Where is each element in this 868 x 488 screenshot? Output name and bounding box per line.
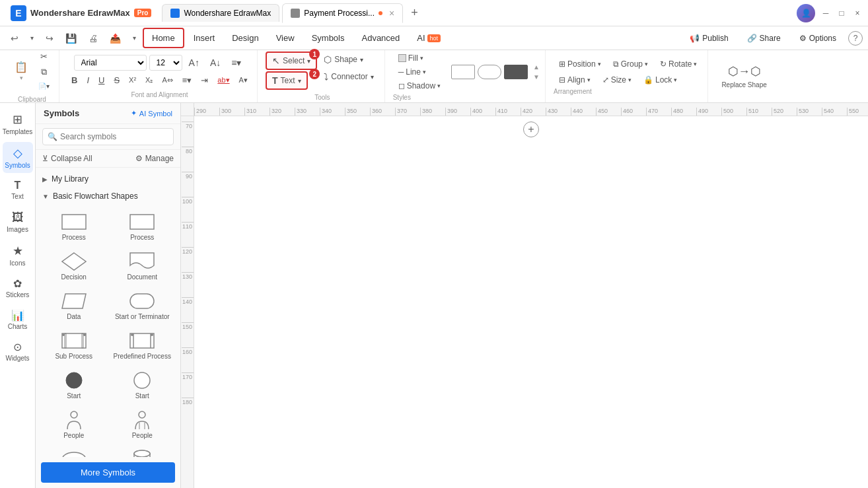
position-btn[interactable]: ⊞Position▾ — [554, 57, 606, 71]
options-btn[interactable]: ⚙Options — [793, 31, 843, 46]
collapse-all-btn[interactable]: ⊻ Collapse All — [42, 154, 92, 163]
shape-process-2[interactable]: Process — [108, 207, 177, 247]
size-btn[interactable]: ⤢Size▾ — [597, 73, 637, 87]
basic-flowchart-header[interactable]: ▼ Basic Flowchart Shapes — [36, 188, 180, 205]
undo-btn[interactable]: ↩ — [5, 30, 24, 46]
bold-btn[interactable]: B — [67, 73, 81, 87]
menu-design[interactable]: Design — [224, 29, 266, 47]
shape-name-decision: Decision — [61, 273, 87, 281]
shape-subprocess[interactable]: Sub Process — [40, 326, 108, 366]
rotate-btn[interactable]: ↻Rotate▾ — [655, 57, 702, 71]
shape-yesno[interactable]: Yes or No — [40, 445, 108, 457]
app-logo-icon: E — [11, 5, 26, 21]
group-btn[interactable]: ⧉Group▾ — [608, 57, 653, 71]
shape-decision[interactable]: Decision — [40, 247, 108, 287]
font-select[interactable]: Arial — [74, 55, 147, 71]
sidebar-item-images[interactable]: 🖼 Images — [3, 207, 33, 237]
minimize-btn[interactable]: ─ — [820, 8, 831, 18]
maximize-btn[interactable]: □ — [836, 8, 847, 18]
panel-title: Symbols — [44, 108, 79, 118]
font-color-btn[interactable]: ab▾ — [213, 74, 233, 87]
size-select[interactable]: 12 — [149, 55, 182, 71]
shadow-btn[interactable]: ◻ Shadow ▾ — [393, 79, 446, 92]
fill-btn[interactable]: Fill ▾ — [393, 52, 446, 65]
connector-tool-btn[interactable]: ⤵ Connector ▾ — [318, 69, 379, 85]
arrange-row1: ⊞Position▾ ⧉Group▾ ↻Rotate▾ — [554, 57, 702, 71]
indent-btn[interactable]: ⇥ — [197, 73, 212, 87]
menu-advanced[interactable]: Advanced — [353, 29, 408, 47]
subscript-btn[interactable]: X₂ — [141, 74, 157, 87]
menu-ai[interactable]: AI hot — [409, 29, 449, 47]
export-btn[interactable]: 📤 — [104, 30, 126, 46]
menu-bar: ↩ ▾ ↪ 💾 🖨 📤 ▾ Home Insert Design View Sy… — [0, 26, 868, 50]
shape-sample-1 — [451, 65, 475, 79]
sidebar-item-stickers[interactable]: ✿ Stickers — [3, 273, 33, 302]
sidebar-item-widgets[interactable]: ⊙ Widgets — [3, 337, 33, 366]
shape-start-outline[interactable]: Start — [108, 366, 177, 405]
publish-btn[interactable]: 📢Publish — [683, 31, 735, 46]
menu-view[interactable]: View — [268, 29, 303, 47]
shape-tool-btn[interactable]: ⬡ Shape ▾ — [318, 52, 379, 67]
canvas-background[interactable]: + — [194, 116, 868, 488]
menu-insert[interactable]: Insert — [186, 29, 223, 47]
undo-dropdown[interactable]: ▾ — [25, 32, 39, 44]
tab-label-2: Payment Processi... — [304, 9, 375, 18]
highlight-btn[interactable]: A▾ — [235, 74, 252, 87]
canvas-paper[interactable]: + — [194, 116, 868, 488]
export-dropdown[interactable]: ▾ — [127, 32, 141, 44]
user-avatar[interactable]: 👤 — [797, 4, 815, 22]
shape-terminator[interactable]: Start or Terminator — [108, 287, 177, 326]
line-btn[interactable]: ─ Line ▾ — [393, 65, 446, 79]
svg-point-21 — [62, 452, 86, 457]
italic-btn[interactable]: I — [83, 73, 93, 87]
text-tool-btn[interactable]: T Text ▾ — [266, 71, 308, 90]
help-btn[interactable]: ? — [848, 31, 863, 46]
more-symbols-btn[interactable]: More Symbols — [41, 462, 175, 483]
tab-close-btn[interactable]: × — [389, 8, 394, 18]
ai-symbol-btn[interactable]: ✦ AI Symbol — [131, 109, 172, 118]
shape-data[interactable]: Data — [40, 287, 108, 326]
menu-home[interactable]: Home — [143, 28, 184, 48]
search-input[interactable] — [42, 128, 174, 145]
menu-symbols[interactable]: Symbols — [304, 29, 353, 47]
increase-size-btn[interactable]: A↑ — [185, 55, 203, 70]
tab-payment[interactable]: Payment Processi... × — [282, 3, 403, 23]
paste-btn[interactable]: 📋▾ — [11, 59, 32, 83]
text-direction-btn[interactable]: A⇔ — [158, 74, 176, 87]
save-btn[interactable]: 💾 — [60, 30, 82, 46]
shape-name-start-filled: Start — [67, 392, 81, 400]
sidebar-item-templates[interactable]: ⊞ Templates — [3, 108, 33, 139]
lock-btn[interactable]: 🔒Lock▾ — [638, 73, 682, 87]
add-page-btn[interactable]: + — [523, 122, 539, 137]
shape-people-2[interactable]: People — [108, 405, 177, 445]
sidebar-item-charts[interactable]: 📊 Charts — [3, 305, 33, 334]
align-btn[interactable]: ⊟Align▾ — [554, 73, 596, 87]
sidebar-item-icons[interactable]: ★ Icons — [3, 240, 33, 271]
superscript-btn[interactable]: X² — [125, 74, 140, 86]
shape-predefined[interactable]: Predefined Process — [108, 326, 177, 366]
share-btn[interactable]: 🔗Share — [741, 31, 787, 46]
redo-btn[interactable]: ↪ — [40, 30, 59, 46]
replace-shape-btn[interactable]: ⬡→⬡ Replace Shape — [716, 61, 772, 91]
format-paste-btn[interactable]: 📄▾ — [34, 81, 54, 92]
align-btn[interactable]: ≡▾ — [227, 55, 245, 70]
cut-btn[interactable]: ✂ — [34, 50, 54, 63]
tab-edrawmax[interactable]: Wondershare EdrawMax — [162, 4, 279, 22]
add-tab-btn[interactable]: + — [406, 6, 423, 20]
manage-btn[interactable]: ⚙ Manage — [135, 154, 174, 163]
strikethrough-btn[interactable]: S — [110, 73, 124, 87]
shape-database[interactable]: Database — [108, 445, 177, 457]
shape-start-filled[interactable]: Start — [40, 366, 108, 405]
print-btn[interactable]: 🖨 — [83, 30, 103, 46]
sidebar-item-symbols[interactable]: ◇ Symbols — [3, 142, 33, 173]
copy-btn[interactable]: ⧉ — [34, 65, 54, 79]
underline-btn[interactable]: U — [94, 73, 108, 87]
shape-process-1[interactable]: Process — [40, 207, 108, 247]
shape-people-1[interactable]: People — [40, 405, 108, 445]
sidebar-item-text[interactable]: T Text — [3, 176, 33, 204]
close-btn[interactable]: × — [852, 8, 863, 18]
my-library-header[interactable]: ▶ My Library — [36, 170, 180, 188]
shape-document[interactable]: Document — [108, 247, 177, 287]
list-btn[interactable]: ≡▾ — [178, 73, 196, 87]
decrease-size-btn[interactable]: A↓ — [206, 55, 225, 70]
